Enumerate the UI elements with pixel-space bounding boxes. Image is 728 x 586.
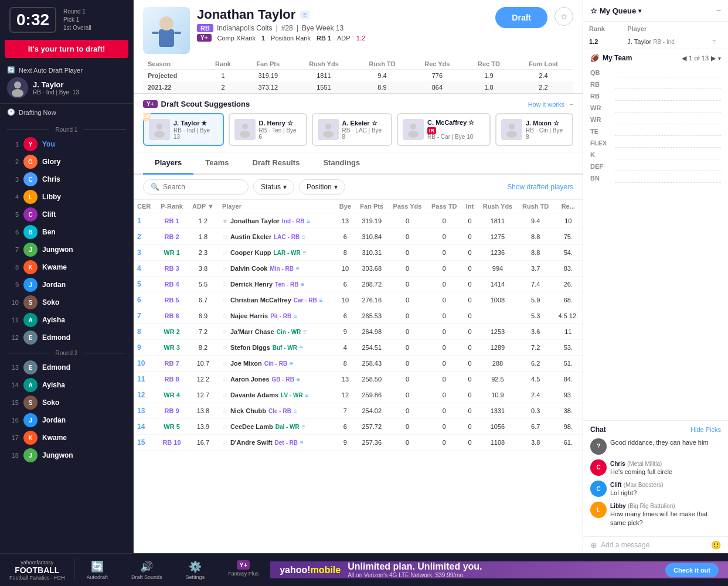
draft-pick-item[interactable]: 17 K Kwame xyxy=(7,429,126,447)
player-star[interactable]: ☆ xyxy=(222,233,228,241)
table-row[interactable]: 15 RB 10 16.7 ☆ D'Andre Swift Det - RB ≡… xyxy=(134,435,583,451)
note-icon[interactable]: ≡ xyxy=(302,424,305,430)
player-star[interactable]: ☆ xyxy=(222,265,228,272)
note-icon[interactable]: ≡ xyxy=(294,313,297,319)
draft-pick-item[interactable]: 16 J Jordan xyxy=(7,411,126,429)
scout-card[interactable]: D. Henry ☆ RB - Ten | Bye 6 xyxy=(229,113,307,146)
note-icon[interactable]: ≡ xyxy=(305,392,309,398)
scout-how-link[interactable]: How it works xyxy=(528,101,564,108)
table-row[interactable]: 13 RB 9 13.8 ☆ Nick Chubb Cle - RB ≡ 7 2… xyxy=(134,403,583,419)
scout-card[interactable]: J. Taylor ★ RB - Ind | Bye 13 xyxy=(143,113,224,146)
emoji-button[interactable]: 🙂 xyxy=(711,540,721,550)
chat-input[interactable] xyxy=(601,541,707,549)
nav-item-draft-sounds[interactable]: 🔊 Draft Sounds xyxy=(120,557,174,584)
position-filter-button[interactable]: Position ▾ xyxy=(299,179,345,195)
table-row[interactable]: 3 WR 1 2.3 ☆ Cooper Kupp LAR - WR ≡ 8 31… xyxy=(134,245,583,261)
table-row[interactable]: 5 RB 4 5.5 ☆ Derrick Henry Ten - RB ≡ 6 … xyxy=(134,277,583,292)
nav-item-autodraft[interactable]: 🔄 Autodraft xyxy=(75,557,120,584)
nav-item-settings[interactable]: ⚙️ Settings xyxy=(174,557,217,584)
draft-pick-item[interactable]: 15 S Soko xyxy=(7,394,126,411)
player-star[interactable]: ☆ xyxy=(222,249,228,257)
table-row[interactable]: 14 WR 5 13.9 ☆ CeeDee Lamb Dal - WR ≡ 6 … xyxy=(134,419,583,435)
note-icon[interactable]: ≡ xyxy=(300,345,303,351)
draft-pick-item[interactable]: 7 J Jungwon xyxy=(7,241,126,258)
player-star[interactable]: ☆ xyxy=(222,281,228,288)
note-icon[interactable]: ≡ xyxy=(294,408,297,414)
table-row[interactable]: 12 WR 4 12.7 ☆ Davante Adams LV - WR ≡ 1… xyxy=(134,387,583,403)
note-icon[interactable]: ≡ xyxy=(307,218,310,224)
scout-card[interactable]: A. Ekeler ☆ RB - LAC | Bye 8 xyxy=(312,113,393,146)
player-star[interactable]: ☆ xyxy=(222,344,228,352)
table-row[interactable]: 8 WR 2 7.2 ☆ Ja'Marr Chase Cin - WR ≡ 9 … xyxy=(134,324,583,340)
note-icon[interactable]: ≡ xyxy=(303,329,307,335)
table-row[interactable]: 1 RB 1 1.2 ★ Jonathan Taylor Ind - RB ≡ … xyxy=(134,213,583,229)
draft-button[interactable]: Draft xyxy=(495,7,547,28)
sidebar-scroll[interactable]: Round 1 1 Y You 2 G Glory 3 C Chris 4 L … xyxy=(0,124,133,553)
draft-pick-item[interactable]: 18 J Jungwon xyxy=(7,447,126,464)
scout-card[interactable]: J. Mixon ☆ RB - Cin | Bye 8 xyxy=(495,113,573,146)
auto-draft-label: 🔄 Next Auto Draft Player xyxy=(7,66,126,74)
note-icon[interactable]: ≡ xyxy=(297,376,300,383)
int-cell: 0 xyxy=(462,245,478,261)
draft-pick-item[interactable]: 6 B Ben xyxy=(7,223,126,241)
table-row[interactable]: 2 RB 2 1.8 ☆ Austin Ekeler LAC - RB ≡ 6 … xyxy=(134,229,583,245)
draft-pick-item[interactable]: 2 G Glory xyxy=(7,153,126,171)
table-row[interactable]: 6 RB 5 6.7 ☆ Christian McCaffrey Car - R… xyxy=(134,292,583,308)
draft-pick-item[interactable]: 14 A Ayisha xyxy=(7,376,126,394)
table-row[interactable]: 11 RB 8 12.2 ☆ Aaron Jones GB - RB ≡ 13 … xyxy=(134,372,583,387)
tab-teams[interactable]: Teams xyxy=(193,152,240,175)
player-star[interactable]: ☆ xyxy=(222,407,228,415)
queue-menu[interactable]: ≡ xyxy=(707,36,727,47)
table-row[interactable]: 4 RB 3 3.8 ☆ Dalvin Cook Min - RB ≡ 10 3… xyxy=(134,261,583,277)
draft-pick-item[interactable]: 4 L Libby xyxy=(7,188,126,206)
status-filter-button[interactable]: Status ▾ xyxy=(253,179,294,195)
draft-pick-item[interactable]: 1 Y You xyxy=(7,135,126,153)
tab-draft-results[interactable]: Draft Results xyxy=(241,152,312,175)
player-star[interactable]: ☆ xyxy=(222,423,228,431)
tab-players[interactable]: Players xyxy=(143,152,193,175)
scout-card[interactable]: C. McCaffrey ☆ IR RB - Car | Bye 10 xyxy=(397,113,491,146)
table-row[interactable]: 9 WR 3 8.2 ☆ Stefon Diggs Buf - WR ≡ 4 2… xyxy=(134,340,583,356)
note-icon[interactable]: ≡ xyxy=(301,281,304,288)
watchlist-star-button[interactable]: ☆ xyxy=(554,7,573,26)
draft-pick-item[interactable]: 11 A Ayisha xyxy=(7,311,126,329)
draft-pick-item[interactable]: 10 S Soko xyxy=(7,294,126,311)
draft-pick-item[interactable]: 8 K Kwame xyxy=(7,258,126,276)
scout-collapse[interactable]: − xyxy=(569,100,573,108)
note-icon[interactable]: ≡ xyxy=(296,265,300,272)
player-star[interactable]: ☆ xyxy=(222,312,228,320)
player-star[interactable]: ☆ xyxy=(222,439,228,447)
pick-number: 17 xyxy=(9,434,19,441)
queue-close-button[interactable]: − xyxy=(716,6,721,15)
search-input[interactable] xyxy=(163,183,241,191)
player-star[interactable]: ☆ xyxy=(222,360,228,367)
search-box[interactable]: 🔍 xyxy=(143,179,249,195)
draft-pick-item[interactable]: 3 C Chris xyxy=(7,171,126,188)
note-icon[interactable]: ≡ xyxy=(300,440,304,446)
rushtd-cell: 4.5 xyxy=(518,372,554,387)
players-table-container[interactable]: CER P-Rank ADP ▼ Player Bye Fan Pts Pass… xyxy=(134,200,583,553)
player-star[interactable]: ☆ xyxy=(222,328,228,336)
table-row[interactable]: 10 RB 7 10.7 ☆ Joe Mixon Cin - RB ≡ 8 25… xyxy=(134,356,583,372)
show-drafted-button[interactable]: Show drafted players xyxy=(507,183,573,191)
hide-picks-button[interactable]: Hide Picks xyxy=(690,426,721,433)
player-star[interactable]: ☆ xyxy=(222,391,228,399)
table-row[interactable]: 7 RB 6 6.9 ☆ Najee Harris Pit - RB ≡ 6 2… xyxy=(134,308,583,324)
player-star[interactable]: ☆ xyxy=(222,376,228,383)
draft-pick-item[interactable]: 5 C Clift xyxy=(7,206,126,223)
player-star[interactable]: ☆ xyxy=(222,297,228,304)
pagination-next[interactable]: ▶ xyxy=(711,54,716,62)
nav-item-fantasy-plus[interactable]: Y+ Fantasy Plus xyxy=(216,557,270,584)
draft-pick-item[interactable]: 9 J Jordan xyxy=(7,276,126,294)
tab-standings[interactable]: Standings xyxy=(311,152,372,175)
pagination-prev[interactable]: ◀ xyxy=(682,54,686,62)
player-star[interactable]: ★ xyxy=(222,217,228,225)
rushyds-cell: 1056 xyxy=(478,419,518,435)
draft-pick-item[interactable]: 13 E Edmond xyxy=(7,359,126,376)
note-icon[interactable]: ≡ xyxy=(302,234,305,240)
ad-cta-button[interactable]: Check it out xyxy=(665,563,719,577)
note-icon[interactable]: ≡ xyxy=(290,360,293,367)
draft-pick-item[interactable]: 12 E Edmond xyxy=(7,329,126,346)
note-icon[interactable]: ≡ xyxy=(319,297,323,304)
note-icon[interactable]: ≡ xyxy=(303,250,307,256)
